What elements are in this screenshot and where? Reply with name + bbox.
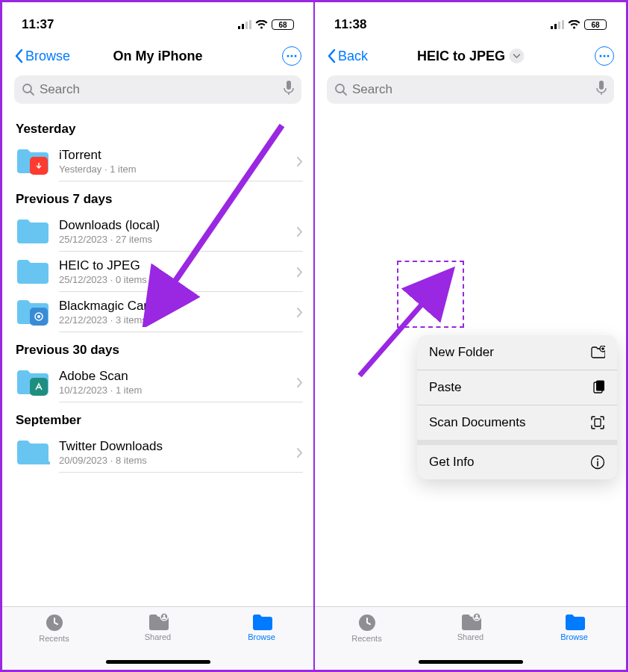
ellipsis-circle-icon	[595, 46, 614, 66]
menu-item-get-info[interactable]: Get Info	[417, 445, 617, 479]
search-icon	[334, 83, 348, 96]
nav-bar: Browse On My iPhone	[2, 40, 313, 72]
folder-row-downloads[interactable]: Downloads (local) 25/12/2023 · 27 items	[2, 211, 313, 252]
home-indicator[interactable]	[419, 660, 523, 664]
folder-name: Blackmagic Cam	[59, 299, 297, 314]
svg-rect-0	[238, 26, 240, 29]
back-label: Back	[338, 49, 368, 64]
svg-point-7	[23, 84, 31, 93]
folder-meta: 25/12/2023 · 27 items	[59, 234, 297, 245]
svg-point-23	[336, 84, 344, 93]
chevron-right-icon	[297, 378, 303, 388]
tab-recents[interactable]: Recents	[315, 607, 419, 670]
folder-name: HEIC to JPEG	[59, 258, 297, 273]
svg-line-8	[31, 92, 34, 95]
chevron-left-icon	[327, 49, 336, 63]
svg-rect-29	[595, 419, 601, 426]
search-bar[interactable]	[327, 75, 614, 104]
home-indicator[interactable]	[106, 660, 210, 664]
folder-row-heic[interactable]: HEIC to JPEG 25/12/2023 · 0 items	[2, 252, 313, 292]
svg-point-5	[291, 55, 293, 57]
folder-icon	[251, 613, 272, 631]
right-phone: 11:38 68 Back HEIC to JPEG New F	[314, 0, 628, 672]
shared-folder-icon	[148, 613, 169, 631]
folder-meta: 25/12/2023 · 0 items	[59, 274, 297, 285]
folder-row-itorrent[interactable]: iTorrent Yesterday · 1 item	[2, 141, 313, 181]
shared-folder-icon	[460, 613, 481, 631]
folder-row-adobe[interactable]: Adobe Scan 10/12/2023 · 1 item	[2, 362, 313, 402]
folder-row-blackmagic[interactable]: Blackmagic Cam 22/12/2023 · 3 items	[2, 292, 313, 332]
folder-row-twitter[interactable]: Twitter Downloads 20/09/2023 · 8 items	[2, 432, 313, 473]
svg-point-14	[163, 615, 165, 617]
battery-icon: 68	[584, 19, 607, 30]
svg-rect-28	[596, 381, 604, 391]
section-header-september: September	[2, 402, 313, 432]
chevron-right-icon	[297, 267, 303, 277]
tab-recents[interactable]: Recents	[2, 607, 106, 670]
mic-icon[interactable]	[596, 81, 607, 99]
menu-item-new-folder[interactable]: New Folder	[417, 335, 617, 370]
svg-point-21	[604, 55, 606, 57]
section-header-prev30: Previous 30 days	[2, 332, 313, 362]
clock-icon	[45, 613, 64, 632]
folder-name: Adobe Scan	[59, 369, 297, 384]
folder-meta: 20/09/2023 · 8 items	[59, 455, 297, 466]
folder-name: Twitter Downloads	[59, 439, 297, 454]
svg-point-11	[37, 315, 40, 318]
search-icon	[22, 83, 35, 96]
menu-label: Paste	[429, 380, 461, 395]
tab-browse[interactable]: Browse	[522, 607, 626, 670]
menu-item-scan[interactable]: Scan Documents	[417, 405, 617, 440]
more-button[interactable]	[595, 46, 614, 66]
scan-icon	[590, 415, 605, 430]
tab-label: Browse	[560, 632, 588, 641]
chevron-down-icon	[509, 49, 524, 63]
tab-label: Recents	[39, 634, 69, 643]
more-button[interactable]	[282, 46, 301, 66]
mic-icon[interactable]	[284, 81, 294, 99]
menu-item-paste[interactable]: Paste	[417, 370, 617, 405]
folder-icon	[16, 146, 50, 177]
svg-point-31	[597, 458, 598, 460]
status-icons: 68	[551, 19, 607, 30]
status-time: 11:37	[22, 17, 54, 32]
status-icons: 68	[238, 19, 294, 30]
folder-icon	[16, 216, 50, 247]
folder-meta: 22/12/2023 · 3 items	[59, 314, 297, 326]
back-button[interactable]: Back	[327, 49, 368, 64]
annotation-selection-box	[397, 261, 464, 328]
folder-meta: Yesterday · 1 item	[59, 164, 297, 175]
tab-label: Shared	[145, 632, 171, 641]
chevron-left-icon	[14, 49, 23, 63]
svg-rect-19	[562, 20, 564, 29]
tab-label: Browse	[248, 632, 275, 641]
nav-bar: Back HEIC to JPEG	[315, 40, 626, 72]
folder-icon	[16, 367, 50, 398]
empty-folder-area[interactable]: New Folder Paste Scan Documents Get Info…	[315, 111, 626, 606]
search-input[interactable]	[40, 82, 279, 97]
search-bar[interactable]	[14, 75, 301, 104]
folder-name: Downloads (local)	[59, 218, 297, 233]
chevron-right-icon	[297, 308, 303, 317]
search-input[interactable]	[352, 82, 592, 97]
left-phone: 11:37 68 Browse On My iPhone Yesterday	[0, 0, 314, 672]
chevron-right-icon	[297, 448, 303, 458]
svg-rect-25	[599, 81, 604, 90]
blackmagic-app-icon	[30, 308, 48, 326]
tab-browse[interactable]: Browse	[210, 607, 313, 670]
folder-icon	[564, 613, 585, 631]
status-bar: 11:37 68	[2, 2, 313, 40]
page-title[interactable]: HEIC to JPEG	[417, 49, 524, 64]
wifi-icon	[255, 20, 268, 30]
folder-icon	[16, 296, 50, 328]
folder-list[interactable]: Yesterday iTorrent Yesterday · 1 item Pr…	[2, 111, 313, 606]
section-header-yesterday: Yesterday	[2, 111, 313, 141]
svg-rect-17	[554, 24, 557, 29]
ellipsis-circle-icon	[282, 46, 301, 66]
menu-label: Scan Documents	[429, 415, 525, 430]
back-button[interactable]: Browse	[14, 49, 70, 64]
chevron-right-icon	[297, 157, 303, 167]
clock-icon	[357, 613, 377, 632]
chevron-right-icon	[297, 227, 303, 237]
svg-rect-18	[558, 22, 560, 29]
